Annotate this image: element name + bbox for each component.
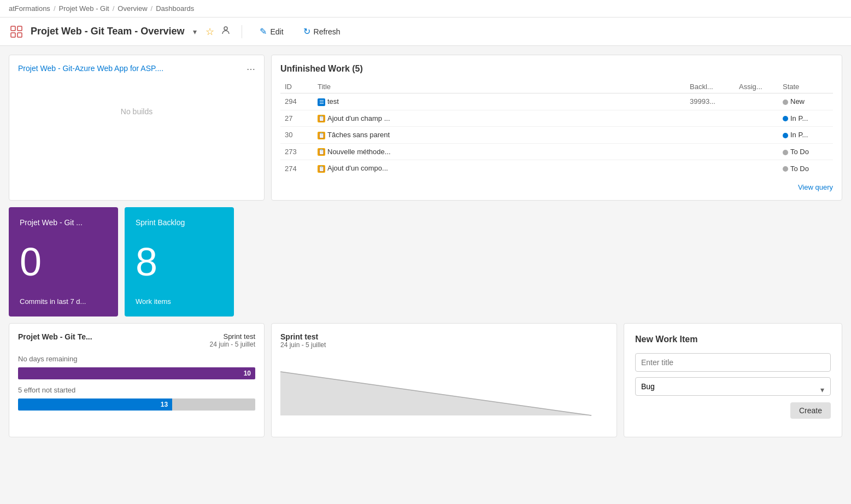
row-title[interactable]: 📋Ajout d'un compo... <box>313 160 685 177</box>
svg-rect-1 <box>17 26 22 31</box>
edit-button[interactable]: ✎ Edit <box>253 23 290 40</box>
row-state: New <box>778 93 833 110</box>
new-work-item-input[interactable] <box>635 353 831 372</box>
table-row[interactable]: 294 ☰test 39993... New <box>280 93 833 110</box>
breadcrumb: atFormations / Projet Web - Git / Overvi… <box>0 0 851 17</box>
refresh-button[interactable]: ↻ Refresh <box>297 23 347 40</box>
work-item-icon: 📋 <box>318 115 325 122</box>
effort-bar-empty <box>172 398 255 411</box>
dashboard-icon <box>9 24 24 39</box>
row-id: 273 <box>280 143 313 160</box>
col-header-backlog: Backl... <box>685 80 735 93</box>
row-title[interactable]: 📋Ajout d'un champ ... <box>313 110 685 127</box>
people-icon[interactable] <box>221 25 231 38</box>
burndown-chart-card: Sprint test 24 juin - 5 juillet <box>271 323 617 437</box>
view-query-link[interactable]: View query <box>280 177 833 191</box>
sprint-backlog-tile-label: Work items <box>136 297 223 306</box>
col-header-state: State <box>778 80 833 93</box>
table-row[interactable]: 30 📋Tâches sans parent In P... <box>280 127 833 144</box>
create-button[interactable]: Create <box>790 402 831 419</box>
row-backlog: 39993... <box>685 93 735 110</box>
burndown-dates: 24 juin - 5 juillet <box>280 341 608 349</box>
main-content: Projet Web - Git-Azure Web App for ASP..… <box>0 46 851 446</box>
row-assigned <box>735 143 778 160</box>
row-title[interactable]: ☰test <box>313 93 685 110</box>
bottom-row: Projet Web - Git Te... Sprint test 24 ju… <box>9 323 842 437</box>
page-title: Projet Web - Git Team - Overview <box>31 26 184 37</box>
col-header-assigned: Assig... <box>735 80 778 93</box>
capacity-bar-value: 10 <box>244 370 251 377</box>
state-dot <box>783 166 788 172</box>
row-backlog <box>685 143 735 160</box>
new-work-item-title: New Work Item <box>635 335 831 344</box>
row-backlog <box>685 160 735 177</box>
row-assigned <box>735 160 778 177</box>
build-menu-icon[interactable]: ⋯ <box>247 64 255 74</box>
row-id: 294 <box>280 93 313 110</box>
sprint-team-name: Projet Web - Git Te... <box>18 332 92 341</box>
sprint-dates: 24 juin - 5 juillet <box>210 341 255 348</box>
page-header: Projet Web - Git Team - Overview ▾ ☆ ✎ E… <box>0 17 851 46</box>
row-state: In P... <box>778 127 833 144</box>
unfinished-work-table: ID Title Backl... Assig... State 294 ☰te… <box>280 80 833 177</box>
state-dot <box>783 99 788 105</box>
svg-rect-3 <box>17 33 22 37</box>
table-row[interactable]: 274 📋Ajout d'un compo... To Do <box>280 160 833 177</box>
state-dot <box>783 133 788 138</box>
col-header-id: ID <box>280 80 313 93</box>
row-assigned <box>735 127 778 144</box>
sprint-capacity-header: Projet Web - Git Te... Sprint test 24 ju… <box>18 332 255 348</box>
sprint-capacity-card: Projet Web - Git Te... Sprint test 24 ju… <box>9 323 265 437</box>
work-item-type-wrapper: BugTaskUser StoryFeatureEpic <box>635 377 831 402</box>
breadcrumb-item-projet-web-git[interactable]: Projet Web - Git <box>59 4 109 13</box>
state-dot <box>783 116 788 121</box>
svg-point-4 <box>224 27 227 30</box>
svg-rect-0 <box>11 26 15 31</box>
favorite-icon[interactable]: ☆ <box>206 26 214 38</box>
commits-tile-number: 0 <box>20 242 107 282</box>
burndown-title: Sprint test <box>280 332 608 341</box>
state-dot <box>783 150 788 155</box>
col-header-title: Title <box>313 80 685 93</box>
work-item-icon: ☰ <box>318 98 325 106</box>
commits-tile-label: Commits in last 7 d... <box>20 297 107 306</box>
breadcrumb-item-overview[interactable]: Overview <box>118 4 147 13</box>
build-pipeline-card: Projet Web - Git-Azure Web App for ASP..… <box>9 55 265 201</box>
row-backlog <box>685 127 735 144</box>
table-row[interactable]: 273 📋Nouvelle méthode... To Do <box>280 143 833 160</box>
tiles-row: Projet Web - Git ... 0 Commits in last 7… <box>9 207 842 317</box>
work-item-icon: 📋 <box>318 165 325 173</box>
commits-tile[interactable]: Projet Web - Git ... 0 Commits in last 7… <box>9 207 118 317</box>
table-row[interactable]: 27 📋Ajout d'un champ ... In P... <box>280 110 833 127</box>
row-id: 27 <box>280 110 313 127</box>
capacity-bar-container: 10 <box>18 367 255 379</box>
effort-label: 5 effort not started <box>18 386 255 394</box>
burndown-svg <box>280 355 608 426</box>
svg-rect-2 <box>11 33 15 37</box>
row-state: To Do <box>778 143 833 160</box>
no-builds-text: No builds <box>18 74 255 149</box>
commits-tile-title: Projet Web - Git ... <box>20 218 107 227</box>
title-chevron-icon[interactable]: ▾ <box>193 27 197 36</box>
row-assigned <box>735 110 778 127</box>
work-item-icon: 📋 <box>318 148 325 156</box>
breadcrumb-item-dashboards[interactable]: Dashboards <box>156 4 194 13</box>
row-state: To Do <box>778 160 833 177</box>
row-title[interactable]: 📋Nouvelle méthode... <box>313 143 685 160</box>
sprint-backlog-tile-number: 8 <box>136 242 223 282</box>
refresh-icon: ↻ <box>303 26 310 37</box>
build-pipeline-link[interactable]: Projet Web - Git-Azure Web App for ASP..… <box>18 64 163 73</box>
row-title[interactable]: 📋Tâches sans parent <box>313 127 685 144</box>
effort-bar-value: 13 <box>161 401 168 408</box>
effort-bar: 13 <box>18 398 255 411</box>
sprint-backlog-tile-title: Sprint Backlog <box>136 218 223 227</box>
row-assigned <box>735 93 778 110</box>
no-days-remaining: No days remaining <box>18 355 255 363</box>
sprint-backlog-tile[interactable]: Sprint Backlog 8 Work items <box>125 207 234 317</box>
sprint-name: Sprint test <box>210 332 255 341</box>
breadcrumb-item-atformations[interactable]: atFormations <box>9 4 50 13</box>
effort-bar-filled: 13 <box>18 398 172 411</box>
work-item-type-select[interactable]: BugTaskUser StoryFeatureEpic <box>635 377 831 396</box>
row-id: 274 <box>280 160 313 177</box>
unfinished-work-title: Unfinished Work (5) <box>280 64 833 74</box>
